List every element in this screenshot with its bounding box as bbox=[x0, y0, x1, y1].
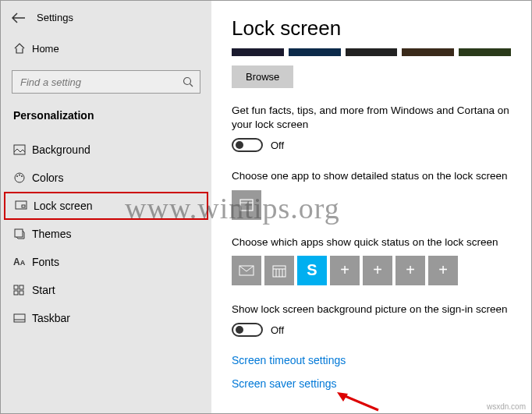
fun-facts-toggle[interactable] bbox=[232, 138, 263, 152]
sidebar-home[interactable]: Home bbox=[1, 34, 211, 62]
bg-thumb[interactable] bbox=[232, 48, 284, 56]
picture-icon bbox=[13, 144, 32, 155]
background-thumbnails bbox=[232, 48, 511, 56]
search-icon bbox=[183, 76, 193, 87]
lock-screen-icon bbox=[15, 200, 34, 211]
back-button[interactable] bbox=[12, 12, 34, 23]
fun-facts-label: Get fun facts, tips, and more from Windo… bbox=[232, 104, 511, 132]
quick-apps-row: S + + + + bbox=[232, 256, 511, 285]
start-icon bbox=[13, 285, 32, 295]
sidebar-item-themes[interactable]: Themes bbox=[1, 220, 211, 248]
svg-rect-11 bbox=[20, 285, 23, 289]
svg-line-1 bbox=[190, 84, 193, 87]
svg-rect-8 bbox=[22, 205, 25, 207]
quick-app-add[interactable]: + bbox=[330, 256, 360, 285]
home-label: Home bbox=[32, 43, 59, 55]
nav-label: Themes bbox=[32, 228, 72, 240]
nav-label: Start bbox=[32, 284, 55, 296]
nav-label: Background bbox=[32, 143, 90, 156]
svg-rect-13 bbox=[20, 291, 23, 295]
window-title: Settings bbox=[37, 12, 73, 23]
sidebar-item-background[interactable]: Background bbox=[1, 136, 211, 164]
signin-picture-state: Off bbox=[271, 324, 284, 336]
main-content: Lock screen Browse Get fun facts, tips, … bbox=[211, 1, 531, 413]
detailed-app-tile[interactable] bbox=[232, 190, 261, 220]
browse-button[interactable]: Browse bbox=[232, 65, 293, 88]
quick-app-mail[interactable] bbox=[232, 256, 261, 285]
svg-point-0 bbox=[184, 78, 191, 85]
screen-saver-link[interactable]: Screen saver settings bbox=[232, 377, 511, 390]
sidebar-item-taskbar[interactable]: Taskbar bbox=[1, 304, 211, 332]
palette-icon bbox=[13, 172, 32, 184]
home-icon bbox=[13, 42, 32, 55]
svg-rect-12 bbox=[14, 291, 18, 295]
nav-label: Colors bbox=[32, 172, 63, 184]
sidebar-item-fonts[interactable]: AA Fonts bbox=[1, 248, 211, 276]
fun-facts-state: Off bbox=[271, 140, 284, 151]
svg-rect-9 bbox=[15, 229, 23, 237]
quick-apps-label: Choose which apps show quick status on t… bbox=[232, 235, 511, 249]
nav-label: Taskbar bbox=[32, 312, 70, 324]
bg-thumb[interactable] bbox=[459, 48, 511, 56]
themes-icon bbox=[13, 228, 32, 240]
svg-rect-16 bbox=[240, 200, 253, 211]
svg-point-5 bbox=[19, 175, 20, 176]
sidebar-item-start[interactable]: Start bbox=[1, 276, 211, 304]
fonts-icon: AA bbox=[13, 257, 32, 267]
svg-point-4 bbox=[16, 175, 18, 177]
plus-icon: + bbox=[373, 261, 382, 279]
quick-app-add[interactable]: + bbox=[363, 256, 392, 285]
svg-rect-2 bbox=[14, 145, 25, 154]
bg-thumb[interactable] bbox=[402, 48, 454, 56]
sidebar: Settings Home Personalization Background bbox=[1, 1, 211, 413]
nav-label: Lock screen bbox=[34, 200, 92, 212]
svg-rect-14 bbox=[14, 314, 25, 322]
bg-thumb[interactable] bbox=[346, 48, 398, 56]
svg-point-6 bbox=[21, 175, 23, 177]
screen-timeout-link[interactable]: Screen timeout settings bbox=[232, 354, 511, 366]
section-header: Personalization bbox=[1, 101, 211, 136]
nav-label: Fonts bbox=[32, 256, 59, 268]
plus-icon: + bbox=[340, 261, 349, 279]
sidebar-item-lock-screen[interactable]: Lock screen bbox=[4, 192, 208, 220]
signin-picture-toggle[interactable] bbox=[232, 323, 263, 337]
taskbar-icon bbox=[13, 313, 32, 323]
quick-app-add[interactable]: + bbox=[428, 256, 458, 285]
sidebar-item-colors[interactable]: Colors bbox=[1, 164, 211, 192]
search-field[interactable] bbox=[19, 76, 183, 89]
plus-icon: + bbox=[406, 261, 415, 279]
quick-app-skype[interactable]: S bbox=[297, 256, 327, 285]
detailed-app-label: Choose one app to show detailed status o… bbox=[232, 169, 511, 183]
search-input[interactable] bbox=[12, 70, 200, 94]
bg-thumb[interactable] bbox=[289, 48, 341, 56]
page-title: Lock screen bbox=[232, 16, 511, 41]
svg-rect-10 bbox=[14, 285, 18, 289]
plus-icon: + bbox=[438, 261, 448, 279]
quick-app-calendar[interactable] bbox=[264, 256, 294, 285]
signin-picture-label: Show lock screen background picture on t… bbox=[232, 303, 511, 317]
quick-app-add[interactable]: + bbox=[395, 256, 425, 285]
